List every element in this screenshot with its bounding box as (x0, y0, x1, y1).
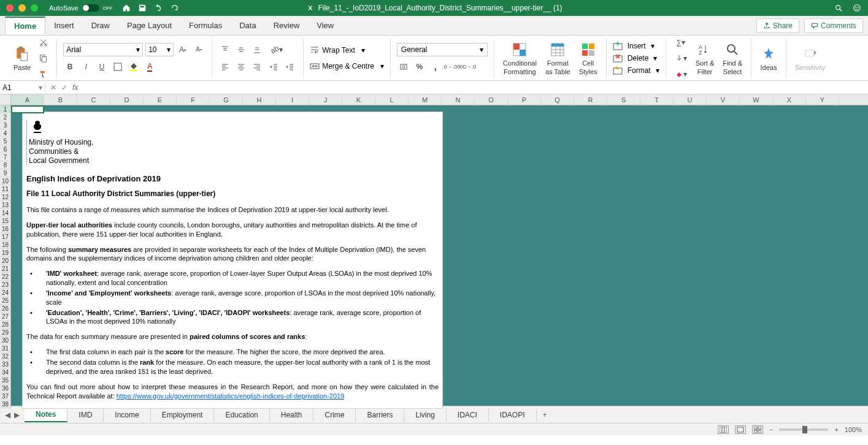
align-bottom-icon[interactable] (250, 43, 264, 56)
sheet-tab-barriers[interactable]: Barriers (356, 408, 404, 422)
row-header[interactable]: 28 (0, 321, 11, 329)
row-header[interactable]: 37 (0, 392, 11, 400)
column-header[interactable]: C (77, 94, 110, 105)
sheet-tab-idaci[interactable]: IDACI (447, 408, 489, 422)
autosave-switch[interactable] (82, 4, 99, 12)
border-button[interactable] (111, 60, 125, 74)
row-header[interactable]: 18 (0, 241, 11, 249)
sheet-nav-prev-icon[interactable]: ◀ (5, 411, 10, 419)
tab-view[interactable]: View (308, 17, 342, 34)
tab-home[interactable]: Home (5, 17, 45, 34)
align-top-icon[interactable] (218, 43, 232, 56)
row-header[interactable]: 30 (0, 337, 11, 344)
decrease-indent-icon[interactable] (267, 60, 281, 74)
autosave-toggle[interactable]: AutoSave OFF (49, 4, 113, 12)
insert-cells-button[interactable]: Insert▾ (613, 41, 659, 51)
currency-icon[interactable] (397, 60, 410, 74)
row-header[interactable]: 36 (0, 384, 11, 392)
sensitivity-button[interactable]: Sensitivity (793, 44, 828, 72)
column-header[interactable]: O (475, 94, 508, 105)
home-icon[interactable] (121, 3, 131, 13)
tab-review[interactable]: Review (265, 17, 309, 34)
zoom-level[interactable]: 100% (845, 426, 862, 433)
zoom-out-button[interactable]: − (769, 426, 773, 433)
row-header[interactable]: 26 (0, 305, 11, 313)
row-header[interactable]: 19 (0, 249, 11, 257)
row-header[interactable]: 38 (0, 400, 11, 408)
search-icon[interactable] (834, 3, 843, 13)
paste-button[interactable]: Paste (11, 44, 33, 72)
merge-centre-button[interactable]: Merge & Centre▾ (310, 61, 384, 71)
column-header[interactable]: B (44, 94, 77, 105)
row-header[interactable]: 33 (0, 360, 11, 368)
conditional-formatting-button[interactable]: ConditionalFormatting (501, 40, 539, 77)
undo-icon[interactable] (153, 3, 163, 13)
row-header[interactable]: 9 (0, 169, 11, 177)
doc-link[interactable]: https://www.gov.uk/government/statistics… (117, 392, 345, 400)
row-header[interactable]: 34 (0, 368, 11, 376)
clear-icon[interactable]: ▾ (672, 67, 689, 81)
row-header[interactable]: 16 (0, 225, 11, 233)
row-header[interactable]: 31 (0, 344, 11, 352)
row-header[interactable]: 6 (0, 145, 11, 153)
row-header[interactable]: 17 (0, 233, 11, 241)
enter-formula-icon[interactable]: ✓ (61, 83, 67, 92)
row-header[interactable]: 20 (0, 257, 11, 265)
sheet-tab-health[interactable]: Health (270, 408, 314, 422)
share-button[interactable]: Share (756, 18, 799, 33)
column-header[interactable]: T (640, 94, 674, 105)
column-header[interactable]: Q (541, 94, 574, 105)
column-header[interactable]: F (177, 94, 210, 105)
row-header[interactable]: 15 (0, 217, 11, 225)
font-color-button[interactable]: A (143, 60, 156, 74)
row-header[interactable]: 4 (0, 129, 11, 137)
row-header[interactable]: 21 (0, 265, 11, 273)
column-header[interactable]: I (276, 94, 309, 105)
column-header[interactable]: R (574, 94, 607, 105)
row-header[interactable]: 12 (0, 193, 11, 201)
copy-icon[interactable] (37, 51, 50, 65)
row-header[interactable]: 7 (0, 153, 11, 161)
select-all-corner[interactable] (0, 94, 11, 105)
number-format-select[interactable]: General▾ (397, 43, 488, 56)
increase-indent-icon[interactable] (283, 60, 297, 74)
sort-filter-button[interactable]: AZ Sort &Filter (693, 40, 717, 77)
align-left-icon[interactable] (218, 60, 232, 74)
column-header[interactable]: G (210, 94, 243, 105)
format-cells-button[interactable]: Format▾ (613, 66, 659, 75)
cancel-formula-icon[interactable]: ✕ (50, 83, 56, 92)
font-size-select[interactable]: 10▾ (145, 43, 174, 56)
row-header[interactable]: 8 (0, 161, 11, 169)
row-header[interactable]: 32 (0, 352, 11, 360)
selected-cell[interactable] (11, 105, 44, 113)
sheet-tab-living[interactable]: Living (404, 408, 446, 422)
delete-cells-button[interactable]: Delete▾ (613, 53, 659, 63)
sheet-tab-imd[interactable]: IMD (67, 408, 104, 422)
column-header[interactable]: X (773, 94, 806, 105)
tab-formulas[interactable]: Formulas (180, 17, 231, 34)
format-as-table-button[interactable]: Formatas Table (543, 40, 573, 77)
zoom-slider[interactable] (779, 428, 828, 431)
tab-insert[interactable]: Insert (45, 17, 83, 34)
sheet-tab-idaopi[interactable]: IDAOPI (489, 408, 537, 422)
column-header[interactable]: E (144, 94, 177, 105)
column-header[interactable]: S (607, 94, 640, 105)
row-header[interactable]: 5 (0, 137, 11, 145)
row-header[interactable]: 29 (0, 329, 11, 337)
autosum-icon[interactable]: ∑▾ (672, 36, 689, 49)
sheet-tab-notes[interactable]: Notes (25, 408, 67, 422)
zoom-in-button[interactable]: + (834, 426, 838, 433)
account-icon[interactable] (852, 3, 862, 13)
bold-button[interactable]: B (63, 60, 77, 74)
increase-decimal-icon[interactable]: .0→.00 (445, 60, 458, 74)
comments-button[interactable]: Comments (804, 18, 863, 33)
orientation-icon[interactable]: ab▾ (267, 43, 286, 56)
increase-font-icon[interactable]: A▴ (176, 43, 190, 56)
comma-icon[interactable]: , (429, 60, 442, 74)
column-header[interactable]: N (442, 94, 475, 105)
column-header[interactable]: M (409, 94, 442, 105)
save-icon[interactable] (137, 3, 147, 13)
sheet-tab-employment[interactable]: Employment (151, 408, 215, 422)
fill-icon[interactable]: ▾ (672, 51, 689, 65)
column-header[interactable]: P (508, 94, 541, 105)
